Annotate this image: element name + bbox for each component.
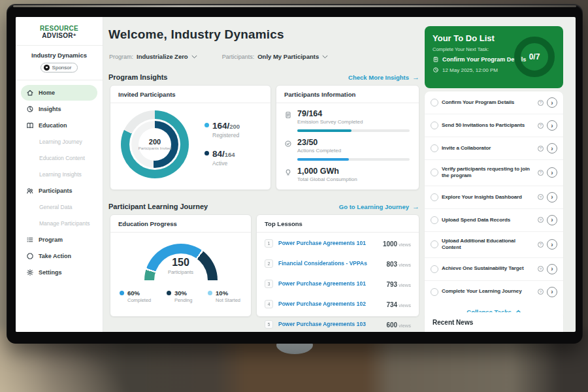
chevron-down-icon xyxy=(191,55,197,59)
sidebar-item-program[interactable]: Program xyxy=(21,232,97,248)
lesson-link[interactable]: Power Purchase Agreements 101 xyxy=(278,240,366,246)
todo-progress-value: 0/7 xyxy=(529,52,540,61)
task-row-explore-insights[interactable]: Explore Your Insights Dashboard ? › xyxy=(425,186,563,209)
card-title: Top Lessons xyxy=(257,215,419,233)
sidebar-item-manage-participants[interactable]: Manage Participants xyxy=(21,216,97,231)
sidebar-item-settings[interactable]: Settings xyxy=(21,265,97,280)
logo-resource: RESOURCE xyxy=(40,25,78,32)
task-chevron-button[interactable]: › xyxy=(547,215,557,225)
sidebar-item-home[interactable]: Home xyxy=(21,85,97,101)
participants-select[interactable]: Participants: Only My Participants xyxy=(222,53,329,60)
help-icon[interactable]: ? xyxy=(538,242,544,248)
task-row-confirm-program[interactable]: Confirm Your Program Details ? › xyxy=(425,91,563,114)
task-row-upload-spend-data[interactable]: Upload Spend Data Records ? › xyxy=(425,209,563,232)
link-label: Check More Insights xyxy=(348,74,409,81)
lesson-link[interactable]: Power Purchase Agreements 101 xyxy=(278,280,366,287)
sidebar-item-label: Manage Participants xyxy=(39,220,90,227)
help-icon[interactable]: ? xyxy=(538,289,544,295)
top-lessons-card: Top Lessons 1 Power Purchase Agreements … xyxy=(256,214,419,317)
donut-legend: 164/200 Registered 84/164 Active xyxy=(204,114,240,176)
sidebar-item-learning-journey[interactable]: Learning Journey xyxy=(21,134,97,150)
sidebar-item-education[interactable]: Education xyxy=(21,118,97,133)
task-chevron-button[interactable]: › xyxy=(547,143,557,154)
task-chevron-button[interactable]: › xyxy=(547,264,557,274)
task-chevron-button[interactable]: › xyxy=(547,120,557,131)
sidebar-item-label: Program xyxy=(39,237,63,243)
gauge-center: 150 Participants xyxy=(144,257,218,275)
recent-news-heading: Recent News xyxy=(433,319,555,332)
sidebar-item-participants[interactable]: Participants xyxy=(21,183,97,199)
help-icon[interactable]: ? xyxy=(538,146,544,152)
task-chevron-button[interactable]: › xyxy=(547,167,557,178)
program-select[interactable]: Program: Industrialize Zero xyxy=(109,53,197,60)
page-title: Welcome, Industry Dynamics xyxy=(108,27,284,42)
views-suffix: views xyxy=(397,242,411,248)
sidebar-item-label: Education xyxy=(39,122,67,129)
task-checkbox[interactable] xyxy=(431,169,438,176)
check-more-insights-link[interactable]: Check More Insights → xyxy=(348,73,419,81)
go-to-learning-journey-link[interactable]: Go to Learning Journey → xyxy=(339,203,419,210)
task-label: Explore Your Insights Dashboard xyxy=(442,194,534,201)
sidebar-item-insights[interactable]: Insights xyxy=(21,101,97,117)
help-icon[interactable]: ? xyxy=(538,266,544,272)
task-row-verify-participants[interactable]: Verify participants requesting to join t… xyxy=(425,160,563,186)
task-label: Invite a Collaborator xyxy=(442,145,534,152)
task-checkbox[interactable] xyxy=(431,265,438,273)
task-checkbox[interactable] xyxy=(431,240,438,248)
sidebar-item-education-content[interactable]: Education Content xyxy=(21,150,97,166)
legend-item-completed: 60% Completed xyxy=(120,289,151,303)
legend-item-not-started: 10% Not Started xyxy=(208,289,240,303)
help-icon[interactable]: ? xyxy=(538,194,544,200)
survey-icon xyxy=(284,111,292,119)
lesson-row: 1 Power Purchase Agreements 101 1000 vie… xyxy=(257,233,419,253)
sidebar-item-general-data[interactable]: General Data xyxy=(21,199,97,215)
invited-chart-area: 200 Participants Invited 164/200 Registe… xyxy=(110,103,270,178)
task-chevron-button[interactable]: › xyxy=(547,287,557,297)
legend-denominator: 200 xyxy=(229,123,240,130)
monitor-frame: RESOURCE ADVISOR+ Industry Dynamics Spon… xyxy=(7,4,583,344)
lesson-link[interactable]: Financial Considerations - VPPAs xyxy=(278,260,367,267)
legend-dot xyxy=(204,151,209,155)
legend-pct: 60% xyxy=(127,289,151,297)
task-row-complete-learning-journey[interactable]: Complete Your Learning Journey ? › xyxy=(425,281,563,303)
task-row-invite-collaborator[interactable]: Invite a Collaborator ? › xyxy=(425,137,563,160)
task-checkbox[interactable] xyxy=(431,288,438,296)
info-value: 23/50 xyxy=(297,138,341,147)
dashboard-screen: RESOURCE ADVISOR+ Industry Dynamics Spon… xyxy=(16,17,576,332)
gauge-center-label: Participants xyxy=(144,269,218,275)
invited-donut-chart: 200 Participants Invited xyxy=(121,110,189,178)
chevron-down-icon xyxy=(322,55,328,59)
sponsor-badge[interactable]: Sponsor xyxy=(41,63,78,73)
task-checkbox[interactable] xyxy=(431,216,438,224)
legend-denominator: 164 xyxy=(225,151,235,158)
sidebar-item-learning-insights[interactable]: Learning Insights xyxy=(21,167,97,182)
help-icon[interactable]: ? xyxy=(538,170,544,176)
legend-value: 84/ xyxy=(212,149,225,159)
sidebar-item-take-action[interactable]: Take Action xyxy=(21,248,97,264)
help-icon[interactable]: ? xyxy=(538,123,544,129)
help-icon[interactable]: ? xyxy=(538,100,544,106)
task-chevron-button[interactable]: › xyxy=(547,239,557,250)
task-chevron-button[interactable]: › xyxy=(547,97,557,108)
sidebar-item-label: Home xyxy=(39,90,55,96)
section-title: Participant Learning Journey xyxy=(108,203,208,210)
recent-news-card: Recent News xyxy=(425,312,563,332)
info-label: Total Global Consumption xyxy=(297,176,357,182)
clock-icon xyxy=(433,67,439,73)
task-checkbox[interactable] xyxy=(431,193,438,201)
task-row-achieve-target[interactable]: Achieve One Sustainability Target ? › xyxy=(425,258,563,281)
legend-dot xyxy=(204,123,209,127)
views-suffix: views xyxy=(397,323,411,329)
lesson-link[interactable]: Power Purchase Agreements 102 xyxy=(278,301,366,307)
task-checkbox[interactable] xyxy=(431,122,438,129)
help-icon[interactable]: ? xyxy=(538,217,544,223)
task-row-upload-educational-content[interactable]: Upload Additional Educational Content ? … xyxy=(425,232,563,258)
task-checkbox[interactable] xyxy=(431,99,438,106)
task-chevron-button[interactable]: › xyxy=(547,192,557,203)
lesson-link[interactable]: Power Purchase Agreements 103 xyxy=(278,321,366,327)
legend-label: Active xyxy=(212,160,240,167)
task-row-send-invitations[interactable]: Send 50 Invitations to Participants ? › xyxy=(425,114,563,137)
legend-label: Not Started xyxy=(216,297,240,303)
action-icon xyxy=(26,252,34,260)
task-checkbox[interactable] xyxy=(431,144,438,152)
